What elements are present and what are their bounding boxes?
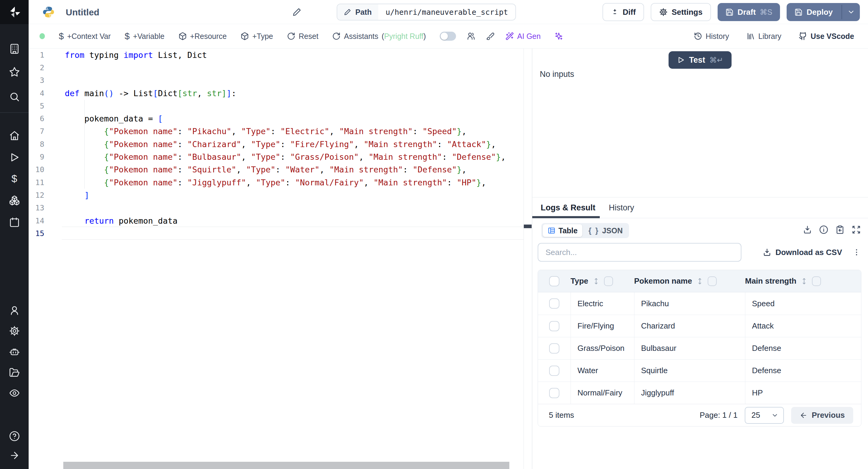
sort-icon[interactable] [592, 277, 600, 285]
view-mode-table[interactable]: Table [543, 224, 582, 237]
sidebar-item-schedules[interactable] [0, 217, 29, 228]
result-info-button[interactable] [819, 225, 828, 234]
line-content: {"Pokemon name": "Charizard", "Type": "F… [50, 139, 496, 149]
sidebar-item-help[interactable] [0, 431, 29, 442]
table-options-menu-button[interactable] [852, 248, 861, 256]
result-search-input[interactable] [538, 243, 741, 262]
add-context-var-button[interactable]: $ +Context Var [59, 32, 111, 41]
windmill-logo[interactable] [0, 0, 29, 24]
boxes-icon [9, 195, 20, 206]
sidebar-item-resources[interactable] [0, 195, 29, 206]
download-csv-button[interactable]: Download as CSV [763, 248, 842, 257]
column-header-pokemon-name[interactable]: Pokemon name [634, 270, 745, 292]
tab-logs-result[interactable]: Logs & Result [541, 197, 595, 218]
copy-result-button[interactable] [835, 225, 844, 234]
calendar-icon [9, 217, 20, 228]
sidebar-item-settings[interactable] [0, 325, 29, 336]
line-content: return pokemon_data [50, 216, 178, 225]
column-filter-box[interactable] [708, 276, 717, 286]
editor-panel-splitter[interactable] [524, 49, 532, 469]
sidebar-item-workspace[interactable] [0, 43, 29, 54]
collaborators-button[interactable] [467, 32, 475, 40]
column-filter-box[interactable] [812, 276, 821, 286]
sidebar-item-users[interactable] [0, 305, 29, 316]
status-dot [39, 33, 45, 39]
sidebar-item-runs[interactable] [0, 152, 29, 163]
assistants-button[interactable]: Assistants (Pyright Ruff) [332, 32, 426, 41]
path-editor[interactable]: Path u/henri/maneuverable_script [337, 4, 516, 21]
row-checkbox[interactable] [549, 366, 559, 376]
expand-result-button[interactable] [852, 225, 861, 234]
line-content: {"Pokemon name": "Squirtle", "Type": "Wa… [50, 165, 467, 174]
previous-page-button[interactable]: Previous [791, 407, 853, 424]
table-cell: HP [745, 382, 861, 404]
table-cell: Water [570, 359, 634, 382]
edit-summary-button[interactable] [292, 7, 301, 17]
page-size-select[interactable]: 25 [745, 407, 784, 424]
sidebar-expand-button[interactable] [0, 450, 29, 461]
download-csv-label: Download as CSV [775, 248, 842, 257]
tab-history[interactable]: History [609, 197, 634, 218]
format-button[interactable] [486, 32, 495, 40]
download-icon [763, 248, 771, 256]
line-content: pokemon_data = [ [50, 114, 163, 123]
code-line-15: 15 [29, 227, 524, 240]
editor-horizontal-scrollbar[interactable] [63, 462, 509, 469]
sidebar-item-search[interactable] [0, 91, 29, 102]
add-variable-button[interactable]: $ +Variable [124, 32, 164, 41]
line-number: 8 [29, 140, 50, 149]
topbar: Untitled Path u/henri/maneuverable_scrip… [29, 0, 868, 24]
table-cell: Attack [745, 315, 861, 337]
ai-gen-button[interactable]: AI Gen [505, 32, 541, 41]
active-tab-underline [532, 216, 600, 218]
select-all-checkbox[interactable] [549, 276, 559, 286]
line-content: {"Pokemon name": "Bulbasaur", "Type": "G… [50, 152, 506, 162]
settings-button[interactable]: Settings [651, 3, 711, 21]
table-row: Fire/FlyingCharizardAttack [538, 315, 861, 337]
column-header-main-strength[interactable]: Main strength [745, 270, 861, 292]
row-checkbox[interactable] [549, 388, 559, 398]
table-icon [548, 227, 555, 234]
line-content: ] [50, 190, 89, 200]
library-button[interactable]: Library [747, 32, 781, 41]
settings-label: Settings [672, 7, 703, 17]
sidebar-item-audit[interactable] [0, 387, 29, 399]
deploy-button[interactable]: Deploy [786, 3, 860, 21]
column-label: Pokemon name [634, 276, 692, 286]
use-vscode-button[interactable]: Use VScode [799, 32, 854, 41]
assistant-toggle[interactable] [440, 32, 456, 41]
script-title: Untitled [66, 7, 99, 18]
row-checkbox[interactable] [549, 299, 559, 309]
reset-button[interactable]: Reset [287, 32, 318, 41]
code-lines: 1from typing import List, Dict234def mai… [29, 49, 524, 240]
diff-button[interactable]: Diff [602, 3, 644, 21]
code-editor[interactable]: 1from typing import List, Dict234def mai… [29, 49, 524, 469]
row-checkbox[interactable] [549, 343, 559, 353]
view-mode-json[interactable]: { } JSON [584, 224, 627, 237]
no-inputs-text: No inputs [540, 70, 574, 79]
table-row: ElectricPikachuSpeed [538, 292, 861, 315]
add-resource-button[interactable]: +Resource [179, 32, 227, 41]
download-result-button[interactable] [803, 225, 812, 234]
sidebar-item-favorites[interactable] [0, 67, 29, 77]
dollar-icon: $ [11, 173, 17, 184]
sort-icon[interactable] [696, 277, 704, 285]
sort-icon[interactable] [800, 277, 808, 285]
draft-button[interactable]: Draft ⌘S [718, 3, 780, 21]
chevron-down-icon[interactable] [847, 8, 855, 16]
sidebar-item-variables[interactable]: $ [0, 173, 29, 184]
column-filter-box[interactable] [604, 276, 613, 286]
ai-sparkles-button[interactable] [555, 32, 563, 40]
search-icon [9, 91, 20, 102]
sidebar-item-home[interactable] [0, 130, 29, 141]
add-type-button[interactable]: +Type [241, 32, 273, 41]
table-cell: Speed [745, 292, 861, 315]
column-label: Main strength [745, 276, 796, 286]
test-button[interactable]: Test ⌘↵ [669, 51, 732, 69]
row-checkbox[interactable] [549, 321, 559, 331]
package-icon [179, 32, 187, 40]
column-header-type[interactable]: Type [570, 270, 634, 292]
sidebar-item-folders[interactable] [0, 367, 29, 378]
script-history-button[interactable]: History [694, 32, 729, 41]
sidebar-item-workers[interactable] [0, 347, 29, 357]
